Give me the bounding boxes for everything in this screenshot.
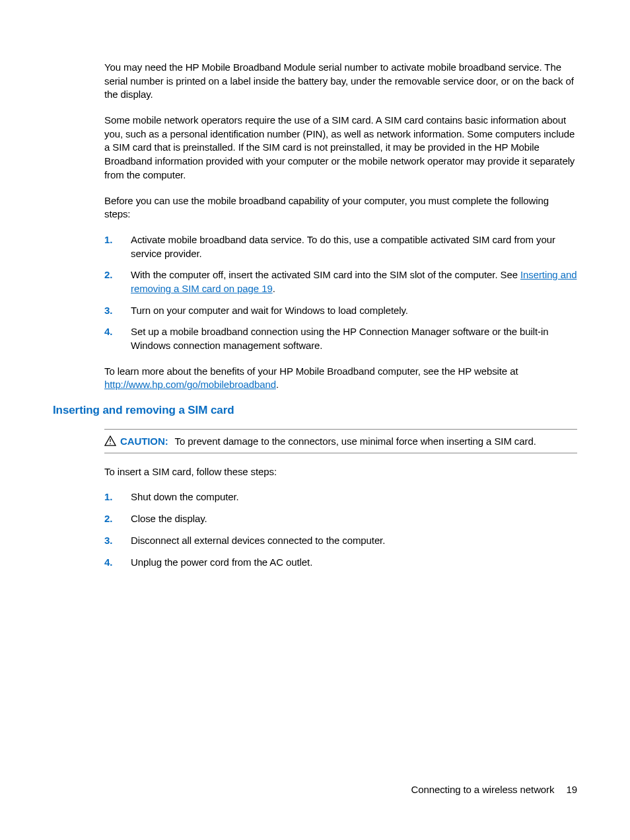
svg-point-1 — [110, 443, 111, 445]
caution-content: CAUTION:To prevent damage to the connect… — [120, 435, 536, 449]
body-paragraph: Some mobile network operators require th… — [104, 114, 577, 182]
list-number: 2. — [104, 268, 131, 295]
list-item: 1. Activate mobile broadband data servic… — [104, 233, 577, 260]
ordered-list: 1. Shut down the computer. 2. Close the … — [104, 490, 577, 569]
list-text: Turn on your computer and wait for Windo… — [131, 304, 577, 318]
list-text-fragment: . — [273, 283, 275, 294]
list-number: 2. — [104, 512, 131, 526]
list-text-fragment: With the computer off, insert the activa… — [131, 269, 520, 280]
list-text: Unplug the power cord from the AC outlet… — [131, 556, 577, 570]
list-number: 4. — [104, 325, 131, 352]
list-item: 1. Shut down the computer. — [104, 490, 577, 504]
list-item: 4. Unplug the power cord from the AC out… — [104, 556, 577, 570]
caution-label: CAUTION: — [120, 436, 168, 447]
list-text: Disconnect all external devices connecte… — [131, 534, 577, 548]
footer-section-title: Connecting to a wireless network — [411, 784, 555, 795]
list-item: 4. Set up a mobile broadband connection … — [104, 325, 577, 352]
list-number: 1. — [104, 233, 131, 260]
footer-page-number: 19 — [567, 784, 578, 795]
text-fragment: . — [276, 379, 279, 390]
list-item: 2. Close the display. — [104, 512, 577, 526]
list-number: 1. — [104, 490, 131, 504]
section-heading: Inserting and removing a SIM card — [53, 404, 577, 417]
caution-icon — [104, 436, 116, 446]
list-number: 3. — [104, 534, 131, 548]
list-text: Activate mobile broadband data service. … — [131, 233, 577, 260]
list-item: 2. With the computer off, insert the act… — [104, 268, 577, 295]
caution-callout: CAUTION:To prevent damage to the connect… — [104, 429, 577, 453]
list-text: Shut down the computer. — [131, 490, 577, 504]
text-fragment: To learn more about the benefits of your… — [104, 365, 518, 377]
ordered-list: 1. Activate mobile broadband data servic… — [104, 233, 577, 353]
list-text: With the computer off, insert the activa… — [131, 268, 577, 295]
body-paragraph: To learn more about the benefits of your… — [104, 365, 577, 392]
external-link[interactable]: http://www.hp.com/go/mobilebroadband — [104, 379, 276, 390]
list-number: 3. — [104, 304, 131, 318]
list-number: 4. — [104, 556, 131, 570]
body-paragraph: To insert a SIM card, follow these steps… — [104, 465, 577, 479]
list-item: 3. Turn on your computer and wait for Wi… — [104, 304, 577, 318]
list-text: Set up a mobile broadband connection usi… — [131, 325, 577, 352]
list-text: Close the display. — [131, 512, 577, 526]
page-footer: Connecting to a wireless network 19 — [411, 784, 578, 795]
list-item: 3. Disconnect all external devices conne… — [104, 534, 577, 548]
body-paragraph: Before you can use the mobile broadband … — [104, 194, 577, 221]
caution-text: To prevent damage to the connectors, use… — [175, 436, 536, 447]
body-paragraph: You may need the HP Mobile Broadband Mod… — [104, 61, 577, 102]
